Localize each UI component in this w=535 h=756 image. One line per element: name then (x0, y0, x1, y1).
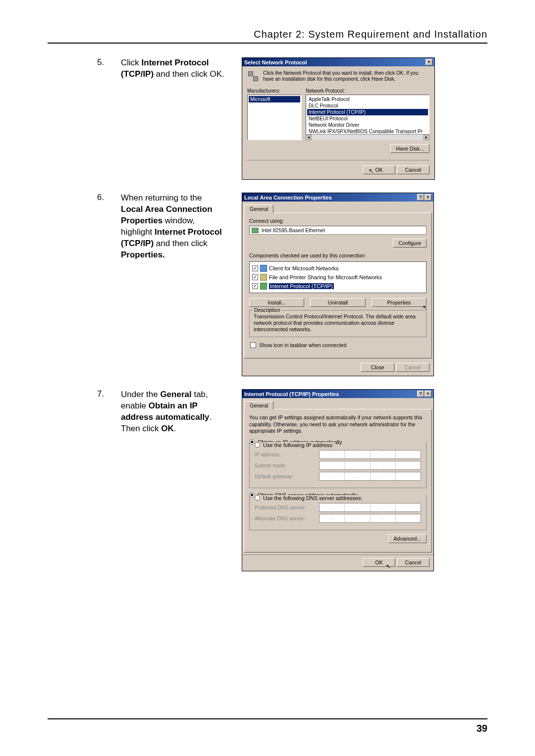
close-button[interactable]: Close (361, 363, 394, 372)
list-item[interactable]: Network Monitor Driver (307, 122, 428, 128)
pref-dns-row: Preferred DNS server: ... (255, 503, 421, 512)
tcpip-properties-dialog: Internet Protocol (TCP/IP) Properties ? … (242, 389, 434, 571)
radio-icon[interactable] (255, 495, 260, 501)
components-label: Components checked are used by this conn… (249, 252, 427, 258)
uninstall-button[interactable]: Uninstall (310, 298, 365, 307)
tab-general[interactable]: General (244, 204, 273, 213)
install-button[interactable]: Install... (249, 298, 304, 307)
use-ip-radio[interactable]: Use the following IP address: (255, 442, 335, 448)
step-number: 7. (97, 389, 107, 435)
cancel-button[interactable]: Cancel (397, 165, 429, 174)
manufacturers-list[interactable]: Microsoft (247, 95, 302, 140)
step-text: Click Internet Protocol (TCP/IP) and the… (121, 57, 226, 80)
properties-button[interactable]: Properties (372, 298, 427, 307)
list-item[interactable]: Microsoft (249, 96, 300, 102)
client-icon (260, 265, 267, 272)
scroll-left-icon[interactable]: ◄ (306, 135, 312, 140)
dialog-title: Select Network Protocol (244, 59, 307, 65)
help-icon[interactable]: ? (417, 391, 424, 397)
list-item[interactable]: DLC Protocol (307, 102, 428, 109)
configure-button[interactable]: Configure (393, 239, 427, 248)
dns-fieldset: Use the following DNS server addresses: … (249, 495, 427, 530)
step-text: Under the General tab, enable Obtain an … (121, 389, 226, 435)
protocol-icon (260, 283, 267, 290)
dialog-title: Local Area Connection Properties (244, 195, 332, 201)
cancel-button[interactable]: Cancel (397, 558, 429, 567)
step-7: 7. Under the General tab, enable Obtain … (48, 389, 487, 571)
network-icon (247, 70, 259, 82)
list-item[interactable]: ✓ File and Printer Sharing for Microsoft… (252, 273, 424, 282)
list-item[interactable]: Internet Protocol (TCP/IP) (307, 109, 428, 115)
subnet-row: Subnet mask: ... (255, 461, 421, 470)
help-icon[interactable]: ? (417, 194, 424, 201)
protocol-label: Network Protocol: (306, 88, 429, 94)
description-group: Description Transmission Control Protoco… (249, 310, 427, 337)
close-icon[interactable]: × (425, 391, 431, 397)
gateway-row: Default gateway: ... (255, 472, 421, 481)
titlebar: Local Area Connection Properties ? × (242, 193, 433, 202)
step-text: When returning to the Local Area Connect… (121, 193, 226, 261)
list-item[interactable]: NWLink IPX/SPX/NetBIOS Compatible Transp… (307, 128, 428, 134)
components-list[interactable]: ✓ Client for Microsoft Networks ✓ File a… (249, 261, 427, 293)
step-number: 6. (97, 193, 107, 261)
have-disk-button[interactable]: Have Disk... (390, 144, 429, 153)
list-item[interactable]: ✓ Client for Microsoft Networks (252, 264, 424, 273)
step-6: 6. When returning to the Local Area Conn… (48, 193, 487, 376)
scroll-right-icon[interactable]: ► (424, 135, 429, 140)
manufacturers-label: Manufacturers: (247, 88, 302, 94)
connect-using-label: Connect using: (249, 218, 427, 224)
dialog-title: Internet Protocol (TCP/IP) Properties (244, 391, 339, 397)
pref-dns-input[interactable]: ... (319, 503, 421, 512)
tab-general[interactable]: General (244, 401, 273, 409)
subnet-input[interactable]: ... (319, 461, 421, 470)
ip-address-input[interactable]: ... (319, 450, 421, 459)
checkbox-icon[interactable]: ✓ (252, 283, 258, 289)
dialog-hint: Click the Network Protocol that you want… (263, 70, 429, 82)
footer-divider (48, 718, 487, 719)
adapter-field: Intel 82595-Based Ethernet (249, 226, 427, 235)
checkbox-icon[interactable]: ✓ (252, 274, 258, 280)
ip-address-row: IP address: ... (255, 450, 421, 459)
select-network-protocol-dialog: Select Network Protocol × Click the Netw… (242, 57, 435, 180)
list-item[interactable]: ✓ Internet Protocol (TCP/IP) (252, 282, 424, 291)
step-number: 5. (97, 57, 107, 80)
page-number: 39 (477, 723, 487, 734)
list-item[interactable]: AppleTalk Protocol (307, 96, 428, 102)
advanced-button[interactable]: Advanced... (388, 534, 427, 543)
service-icon (260, 274, 267, 281)
scrollbar-horizontal[interactable]: ◄ ► (306, 134, 429, 140)
chapter-header: Chapter 2: System Requirement and Instal… (48, 29, 487, 44)
group-label: Description (253, 307, 282, 313)
cancel-button: Cancel (396, 363, 429, 372)
use-dns-radio[interactable]: Use the following DNS server addresses: (255, 495, 365, 501)
close-icon[interactable]: × (425, 194, 431, 201)
protocol-list[interactable]: AppleTalk Protocol DLC Protocol Internet… (306, 95, 429, 134)
info-text: You can get IP settings assigned automat… (249, 414, 427, 434)
page-content: 5. Click Internet Protocol (TCP/IP) and … (48, 57, 487, 571)
titlebar: Select Network Protocol × (242, 58, 434, 66)
ok-button[interactable]: OK (363, 558, 395, 567)
adapter-icon (252, 228, 259, 233)
titlebar: Internet Protocol (TCP/IP) Properties ? … (242, 390, 433, 398)
alt-dns-row: Alternate DNS server: ... (255, 514, 421, 523)
close-icon[interactable]: × (426, 59, 432, 65)
show-icon-label: Show icon in taskbar when connected (259, 342, 346, 348)
ok-button[interactable]: OK (363, 165, 395, 174)
checkbox-icon[interactable] (250, 342, 256, 348)
description-text: Transmission Control Protocol/Internet P… (254, 313, 422, 333)
step-5: 5. Click Internet Protocol (TCP/IP) and … (48, 57, 487, 180)
list-item[interactable]: NetBEUI Protocol (307, 115, 428, 122)
ip-fieldset: Use the following IP address: IP address… (249, 442, 427, 488)
gateway-input[interactable]: ... (319, 472, 421, 481)
checkbox-icon[interactable]: ✓ (252, 265, 258, 271)
radio-icon[interactable] (255, 442, 260, 448)
lac-properties-dialog: Local Area Connection Properties ? × Gen… (242, 193, 434, 376)
alt-dns-input[interactable]: ... (319, 514, 421, 523)
